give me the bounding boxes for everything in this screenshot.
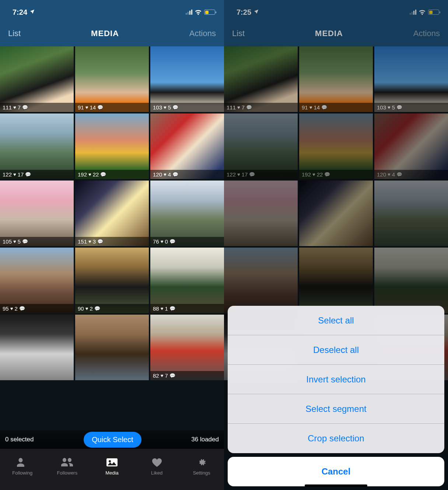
media-tile[interactable]: 103♥5💬 (150, 46, 224, 112)
tile-stats: 82♥7💬 (150, 371, 224, 380)
nav-title: MEDIA (91, 29, 119, 38)
heart-icon: ♥ (10, 306, 13, 311)
nav-actions-button[interactable]: Actions (189, 29, 216, 38)
media-tile[interactable]: 91♥14💬 (75, 46, 149, 112)
media-tile[interactable]: 122♥17💬 (0, 113, 74, 179)
media-tile[interactable]: 111♥7💬 (0, 46, 74, 112)
media-tile[interactable]: 192♥22💬 (75, 113, 149, 179)
tab-label: Followers (57, 470, 78, 476)
tab-following[interactable]: Following (0, 452, 45, 479)
tile-stats: 90♥2💬 (75, 304, 149, 313)
tab-label: Liked (151, 470, 162, 476)
action-crop-selection[interactable]: Crop selection (228, 424, 444, 453)
tile-stats: 88♥1💬 (150, 304, 224, 313)
screenshot-right: 7:25 List MEDIA Actions 111♥7💬 (224, 0, 448, 490)
heart-icon: ♥ (161, 239, 164, 244)
heart-icon: ♥ (164, 172, 167, 177)
action-invert-selection[interactable]: Invert selection (228, 365, 444, 394)
tile-stats: 103♥5💬 (150, 103, 224, 112)
loaded-count: 36 loaded (191, 436, 219, 443)
status-time: 7:24 (13, 8, 27, 17)
selected-count: 0 selected (5, 436, 34, 443)
heart-icon: ♥ (13, 239, 16, 244)
screenshot-left: 7:24 List MEDIA Actions 111♥7� (0, 0, 224, 490)
media-tile[interactable]: 95♥2💬 (0, 248, 74, 313)
nav-bar: List MEDIA Actions (0, 21, 224, 46)
media-tile[interactable]: 82♥7💬 (150, 315, 224, 380)
following-icon (16, 456, 29, 469)
comment-icon: 💬 (169, 306, 175, 311)
heart-icon: ♥ (13, 172, 16, 177)
action-select-all[interactable]: Select all (228, 306, 444, 335)
tab-followers[interactable]: Followers (45, 452, 90, 479)
comment-icon: 💬 (97, 239, 103, 244)
tile-stats: 151♥3💬 (75, 237, 149, 246)
tab-settings[interactable]: Settings (179, 452, 224, 479)
media-icon (106, 456, 118, 469)
heart-icon: ♥ (164, 105, 167, 110)
tab-media[interactable]: Media (90, 452, 134, 479)
tile-stats: 91♥14💬 (75, 103, 149, 112)
action-sheet-group: Select all Deselect all Invert selection… (228, 306, 444, 453)
action-sheet: Select all Deselect all Invert selection… (224, 0, 448, 490)
heart-icon: ♥ (13, 105, 16, 110)
heart-icon: ♥ (85, 105, 88, 110)
tab-label: Settings (193, 470, 210, 476)
status-bar: 7:24 (0, 0, 224, 21)
media-tile[interactable]: 88♥1💬 (150, 248, 224, 313)
gear-icon (195, 456, 208, 469)
heart-icon: ♥ (88, 172, 91, 177)
comment-icon: 💬 (97, 105, 103, 110)
battery-icon (204, 10, 215, 15)
comment-icon: 💬 (94, 306, 100, 311)
comment-icon: 💬 (169, 239, 175, 244)
media-tile[interactable]: 105♥5💬 (0, 181, 74, 246)
tab-liked[interactable]: Liked (134, 452, 179, 479)
media-tile[interactable]: 151♥3💬 (75, 181, 149, 246)
comment-icon: 💬 (19, 306, 25, 311)
tab-label: Following (12, 470, 32, 476)
svg-point-1 (109, 460, 111, 462)
heart-icon: ♥ (85, 306, 88, 311)
tile-stats: 120♥4💬 (150, 170, 224, 179)
action-deselect-all[interactable]: Deselect all (228, 335, 444, 365)
media-grid[interactable]: 111♥7💬 91♥14💬 103♥5💬 122♥17💬 192♥22💬 120… (0, 46, 224, 490)
comment-icon: 💬 (172, 105, 178, 110)
tile-stats: 192♥22💬 (75, 170, 149, 179)
quick-select-button[interactable]: Quick Select (84, 432, 141, 448)
media-tile[interactable] (75, 315, 149, 380)
home-indicator[interactable] (305, 484, 367, 487)
media-tile[interactable] (0, 315, 74, 380)
comment-icon: 💬 (169, 373, 175, 378)
tile-stats: 105♥5💬 (0, 237, 74, 246)
action-cancel-button[interactable]: Cancel (228, 457, 444, 486)
selection-toolbar: 0 selected Quick Select 36 loaded (0, 430, 224, 449)
tab-label: Media (105, 470, 118, 476)
comment-icon: 💬 (22, 105, 28, 110)
location-arrow-icon (29, 9, 35, 16)
heart-icon: ♥ (88, 239, 91, 244)
tile-stats: 95♥2💬 (0, 304, 74, 313)
cellular-signal-icon (186, 10, 192, 15)
tile-stats: 76♥0💬 (150, 237, 224, 246)
comment-icon: 💬 (172, 172, 178, 177)
media-tile[interactable]: 90♥2💬 (75, 248, 149, 313)
tab-bar: Following Followers Media Liked Settings (0, 449, 224, 490)
heart-icon: ♥ (161, 306, 164, 311)
heart-icon (151, 456, 163, 469)
followers-icon (60, 456, 74, 469)
comment-icon: 💬 (25, 172, 31, 177)
wifi-icon (195, 10, 202, 15)
media-tile[interactable]: 76♥0💬 (150, 181, 224, 246)
action-select-segment[interactable]: Select segment (228, 394, 444, 424)
media-tile[interactable]: 120♥4💬 (150, 113, 224, 179)
nav-list-button[interactable]: List (8, 29, 21, 38)
tile-stats: 122♥17💬 (0, 170, 74, 179)
comment-icon: 💬 (100, 172, 106, 177)
heart-icon: ♥ (161, 373, 164, 378)
comment-icon: 💬 (22, 239, 28, 244)
tile-stats: 111♥7💬 (0, 103, 74, 112)
